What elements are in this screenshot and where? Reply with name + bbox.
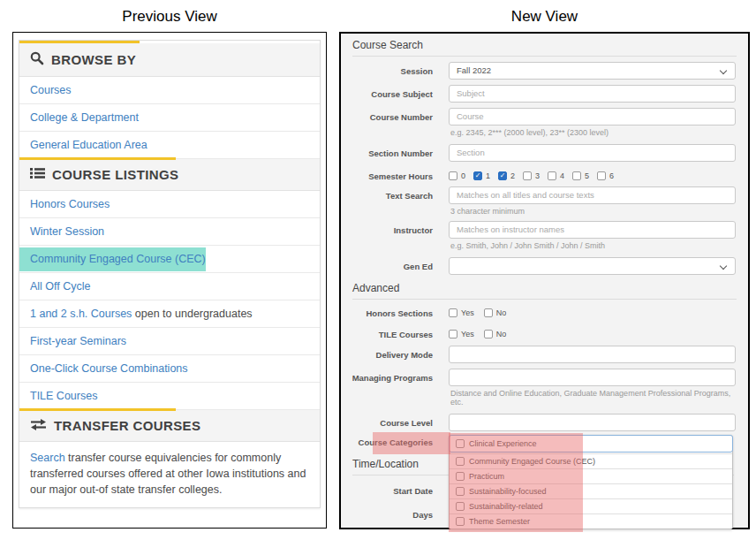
gold-underline bbox=[19, 157, 176, 160]
advanced-section-header: Advanced bbox=[352, 282, 737, 300]
transfer-courses-description: Search transfer course equivalencies for… bbox=[19, 442, 320, 507]
gen-ed-select[interactable] bbox=[449, 257, 736, 275]
course-level-label: Course Level bbox=[341, 414, 433, 428]
sidebar-item-all-off-cycle[interactable]: All Off Cycle bbox=[19, 273, 320, 300]
search-icon bbox=[30, 51, 44, 68]
browse-by-header: BROWSE BY bbox=[19, 43, 320, 77]
course-number-label: Course Number bbox=[341, 108, 433, 122]
days-label: Days bbox=[341, 510, 433, 520]
honors-no-checkbox[interactable]: No bbox=[484, 308, 507, 317]
course-listings-title: COURSE LISTINGS bbox=[52, 167, 179, 182]
gen-ed-label: Gen Ed bbox=[341, 257, 433, 271]
previous-view-panel: BROWSE BY Courses College & Department G… bbox=[12, 32, 327, 529]
transfer-courses-header: TRANSFER COURSES bbox=[19, 410, 320, 442]
transfer-search-link[interactable]: Search bbox=[30, 452, 65, 464]
session-select[interactable]: Fall 2022 bbox=[449, 62, 736, 80]
sidebar-item-1-2-sh-courses[interactable]: 1 and 2 s.h. Courses open to undergradua… bbox=[19, 300, 320, 328]
sidebar-item-general-education-area[interactable]: General Education Area bbox=[19, 132, 320, 159]
sidebar-item-courses[interactable]: Courses bbox=[19, 77, 320, 104]
course-number-help: e.g. 2345, 2*** (2000 level), 23** (2300… bbox=[450, 128, 736, 137]
delivery-mode-label: Delivery Mode bbox=[341, 346, 433, 360]
course-categories-option-theme-semester[interactable]: Theme Semester bbox=[450, 513, 732, 529]
new-view-title: New View bbox=[339, 7, 750, 27]
instructor-input[interactable]: Matches on instructor names bbox=[449, 221, 736, 239]
tile-no-checkbox[interactable]: No bbox=[484, 330, 507, 338]
sidebar-item-college-department[interactable]: College & Department bbox=[19, 104, 320, 132]
tile-courses-label: TILE Courses bbox=[341, 326, 433, 339]
gold-underline bbox=[19, 408, 176, 411]
course-search-section-header: Course Search bbox=[352, 39, 737, 57]
chevron-down-icon bbox=[720, 262, 727, 270]
course-listings-header: COURSE LISTINGS bbox=[19, 159, 320, 191]
semester-hours-6-checkbox[interactable]: 6 bbox=[597, 171, 614, 180]
semester-hours-0-checkbox[interactable]: 0 bbox=[449, 171, 465, 180]
text-search-help: 3 character minimum bbox=[450, 207, 736, 216]
course-categories-option-practicum[interactable]: Practicum bbox=[450, 468, 732, 483]
course-subject-label: Course Subject bbox=[341, 85, 433, 99]
sidebar-item-tile-courses[interactable]: TILE Courses bbox=[19, 383, 320, 410]
sidebar-item-one-click-combinations[interactable]: One-Click Course Combinations bbox=[19, 355, 320, 383]
new-view-panel: Course Search Session Fall 2022 Course S… bbox=[339, 32, 750, 529]
sidebar-item-honors-courses[interactable]: Honors Courses bbox=[19, 191, 320, 218]
managing-programs-help: Distance and Online Education, Graduate … bbox=[450, 389, 736, 407]
managing-programs-label: Managing Programs bbox=[341, 369, 433, 383]
honors-sections-label: Honors Sections bbox=[341, 305, 433, 318]
course-level-input[interactable] bbox=[449, 414, 736, 431]
transfer-description-text: transfer course equivalencies for common… bbox=[30, 452, 306, 496]
honors-yes-checkbox[interactable]: Yes bbox=[449, 308, 474, 317]
text-search-label: Text Search bbox=[341, 186, 433, 201]
course-number-input[interactable]: Course bbox=[449, 108, 736, 125]
course-categories-option-clinical-experience[interactable]: Clinical Experience bbox=[449, 435, 733, 453]
list-icon bbox=[30, 167, 45, 182]
sidebar-item-first-year-seminars[interactable]: First-year Seminars bbox=[19, 328, 320, 355]
semester-hours-3-checkbox[interactable]: 3 bbox=[523, 171, 540, 180]
course-categories-dropdown: Clinical Experience Community Engaged Co… bbox=[449, 435, 733, 529]
sidebar-item-community-engaged-course[interactable]: Community Engaged Course (CEC) bbox=[19, 246, 320, 273]
sidebar-item-winter-session[interactable]: Winter Session bbox=[19, 218, 320, 246]
course-subject-input[interactable]: Subject bbox=[449, 85, 736, 103]
section-number-label: Section Number bbox=[341, 144, 433, 158]
course-categories-option-sustainability-related[interactable]: Sustainability-related bbox=[450, 498, 732, 513]
course-categories-option-community-engaged-course[interactable]: Community Engaged Course (CEC) bbox=[450, 453, 732, 468]
text-search-input[interactable]: Matches on all titles and course texts bbox=[449, 186, 736, 204]
semester-hours-5-checkbox[interactable]: 5 bbox=[572, 171, 589, 180]
transfer-courses-title: TRANSFER COURSES bbox=[54, 418, 200, 433]
semester-hours-label: Semester Hours bbox=[341, 168, 433, 181]
session-label: Session bbox=[341, 62, 433, 76]
sidebar-card: BROWSE BY Courses College & Department G… bbox=[19, 40, 321, 508]
instructor-label: Instructor bbox=[341, 221, 433, 235]
transfer-arrows-icon bbox=[30, 418, 47, 433]
delivery-mode-input[interactable] bbox=[449, 346, 736, 363]
managing-programs-input[interactable] bbox=[449, 369, 736, 386]
chevron-down-icon bbox=[720, 67, 727, 74]
semester-hours-2-checkbox[interactable]: 2 bbox=[498, 171, 515, 180]
course-categories-option-sustainability-focused[interactable]: Sustainability-focused bbox=[450, 483, 732, 498]
start-date-label: Start Date bbox=[341, 486, 433, 496]
semester-hours-4-checkbox[interactable]: 4 bbox=[548, 171, 564, 180]
instructor-help: e.g. Smith, John / John Smith / John / S… bbox=[450, 241, 736, 250]
course-categories-label: Course Categories bbox=[341, 437, 433, 447]
browse-by-title: BROWSE BY bbox=[51, 52, 136, 67]
tile-yes-checkbox[interactable]: Yes bbox=[449, 330, 474, 338]
section-number-input[interactable]: Section bbox=[449, 144, 736, 162]
semester-hours-1-checkbox[interactable]: 1 bbox=[473, 171, 490, 180]
previous-view-title: Previous View bbox=[12, 7, 327, 27]
